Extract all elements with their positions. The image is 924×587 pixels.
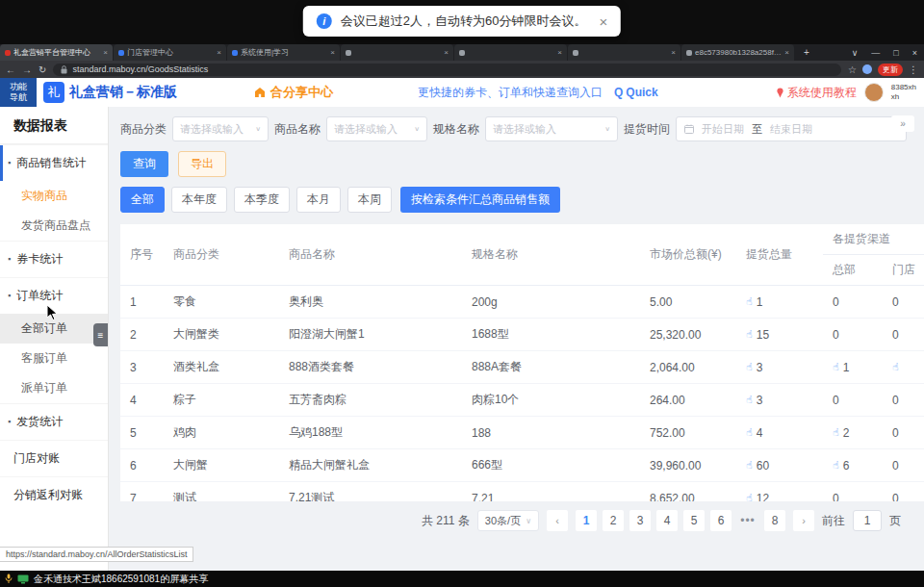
total-pick-value: 12 — [757, 492, 769, 501]
cell-total-pick[interactable]: ☝15 — [736, 319, 823, 351]
sidebar-item[interactable]: ▪ 实物商品 — [0, 181, 108, 211]
new-tab-button[interactable]: + — [799, 44, 814, 61]
page-number[interactable]: 4 — [656, 510, 678, 531]
cell-total-pick[interactable]: ☝60 — [736, 449, 823, 482]
sidebar-item[interactable]: ▪ 发货商品盘点 — [0, 211, 108, 241]
hq-pick-value: 6 — [843, 459, 850, 472]
sidebar-item[interactable]: ▪ 券卡统计 — [0, 241, 108, 277]
sidebar-item[interactable]: ▪ 门店对账 — [0, 440, 108, 476]
summary-button[interactable]: 按检索条件汇总商品销售额 — [400, 187, 560, 213]
toast-close-icon[interactable]: × — [595, 13, 607, 30]
sidebar-item[interactable]: ▪ 发货统计 — [0, 403, 108, 440]
browser-tab[interactable]: × — [341, 44, 453, 61]
table-header: 序号 商品分类 商品名称 规格名称 市场价总额(¥) 提货总量 各提货渠道 总部… — [120, 224, 924, 286]
filter-select[interactable]: 请选择或输入 ∨ — [326, 116, 427, 141]
sidebar-item[interactable]: ▪ 派单订单 — [0, 373, 108, 403]
cell-hq-pick[interactable]: ☝0 — [823, 482, 883, 502]
total-count: 共 211 条 — [422, 513, 470, 529]
browser-update-button[interactable]: 更新 — [878, 64, 903, 76]
cell-hq-pick[interactable]: ☝1 — [823, 351, 883, 384]
export-button[interactable]: 导出 — [178, 151, 226, 177]
page-number[interactable]: 3 — [629, 510, 651, 531]
user-avatar[interactable] — [864, 83, 884, 102]
page-number[interactable]: 6 — [710, 510, 732, 531]
tutorial-link[interactable]: 系统使用教程 — [776, 85, 857, 101]
sidebar-item[interactable]: ▪ 客服订单 — [0, 344, 108, 373]
cell-hq-pick[interactable]: ☝0 — [823, 384, 883, 417]
browser-tab[interactable]: 门店管理中心 × — [114, 44, 226, 61]
tab-close-icon[interactable]: × — [671, 48, 676, 57]
goto-page-input[interactable] — [853, 510, 882, 531]
page-size-select[interactable]: 30条/页 ∨ — [477, 510, 539, 531]
page-number[interactable]: 8 — [764, 510, 785, 531]
cell-total-pick[interactable]: ☝1 — [736, 286, 823, 319]
back-icon[interactable]: ← — [6, 64, 15, 75]
sidebar-item-label: 门店对账 — [13, 451, 60, 465]
cell-store-pick[interactable]: ☝0 — [883, 449, 924, 482]
bookmark-star-icon[interactable]: ☆ — [848, 64, 857, 75]
search-button[interactable]: 查询 — [120, 151, 168, 177]
cell-store-pick[interactable]: ☝0 — [883, 286, 924, 319]
range-tab[interactable]: 本年度 — [171, 187, 227, 213]
tab-close-icon[interactable]: × — [217, 48, 221, 57]
cell-store-pick[interactable]: ☝0 — [883, 384, 924, 417]
cell-hq-pick[interactable]: ☝6 — [823, 449, 883, 482]
browser-tab[interactable]: × — [568, 44, 680, 61]
app-logo-icon: 礼 — [43, 82, 64, 103]
url-bar[interactable]: standard.maboy.cn/GoodsStatistics — [53, 64, 841, 76]
sidebar-item[interactable]: ▪ 分销返利对账 — [0, 476, 108, 513]
prev-page-button[interactable]: ‹ — [547, 510, 568, 531]
filter-select[interactable]: 请选择或输入 ∨ — [485, 116, 618, 141]
sidebar-item[interactable]: ▪ 商品销售统计 — [0, 144, 108, 181]
tab-close-icon[interactable]: × — [103, 48, 108, 57]
tab-close-icon[interactable]: × — [330, 48, 335, 57]
page-number[interactable]: ••• — [737, 510, 758, 531]
cell-store-pick[interactable]: ☝ — [883, 351, 924, 384]
cell-store-pick[interactable]: ☝0 — [883, 319, 924, 351]
range-tab[interactable]: 全部 — [120, 187, 165, 213]
cell-store-pick[interactable]: ☝0 — [883, 417, 924, 449]
cell-hq-pick[interactable]: ☝0 — [823, 286, 883, 319]
window-close-button[interactable]: × — [906, 48, 924, 58]
function-nav-button[interactable]: 功能 导航 — [0, 78, 37, 107]
date-range-picker[interactable]: 开始日期 至 结束日期 — [676, 116, 907, 141]
range-tab[interactable]: 本月 — [296, 187, 341, 213]
browser-tab[interactable]: e8c573980b1328a258fd2e6f × — [681, 44, 794, 61]
page-number[interactable]: 1 — [576, 510, 597, 531]
tab-close-icon[interactable]: × — [784, 48, 789, 57]
meeting-toast-text: 会议已超过2人，自动转为60分钟限时会议。 — [341, 13, 587, 30]
range-tab[interactable]: 本季度 — [234, 187, 290, 213]
next-page-button[interactable]: › — [793, 510, 814, 531]
date-end-placeholder[interactable]: 结束日期 — [770, 122, 812, 137]
tab-close-icon[interactable]: × — [444, 48, 449, 57]
sidebar-collapse-handle[interactable]: ≡ — [93, 323, 108, 346]
cell-hq-pick[interactable]: ☝0 — [823, 319, 883, 351]
tab-search-icon[interactable]: ∨ — [845, 48, 865, 58]
cell-total-pick[interactable]: ☝12 — [736, 482, 823, 502]
page-number[interactable]: 2 — [603, 510, 624, 531]
page-number[interactable]: 5 — [683, 510, 705, 531]
share-center-link[interactable]: 合分享中心 — [254, 84, 333, 101]
browser-tab[interactable]: 系统使用|学习 × — [227, 44, 340, 61]
reload-icon[interactable]: ↻ — [38, 64, 46, 75]
cell-total-pick[interactable]: ☝3 — [736, 351, 823, 384]
browser-menu-icon[interactable]: ⋮ — [909, 64, 918, 75]
panel-collapse-icon[interactable]: » — [891, 115, 914, 132]
date-start-placeholder[interactable]: 开始日期 — [702, 122, 744, 137]
tab-close-icon[interactable]: × — [557, 48, 562, 57]
forward-icon[interactable]: → — [22, 64, 32, 75]
quick-link[interactable]: Q Quick — [614, 86, 658, 99]
browser-tab[interactable]: 礼盒营销平台管理中心 × — [0, 44, 113, 61]
filter-selects: 商品分类 请选择或输入 ∨ 商品名称 请选择或输入 ∨ — [120, 116, 618, 141]
browser-tab[interactable]: × — [454, 44, 567, 61]
cell-store-pick[interactable]: ☝0 — [883, 482, 924, 502]
filter-select[interactable]: 请选择或输入 ∨ — [172, 116, 269, 141]
cell-total-pick[interactable]: ☝3 — [736, 384, 823, 417]
cell-total-pick[interactable]: ☝4 — [736, 417, 823, 449]
minimize-button[interactable]: — — [864, 48, 886, 58]
tab-bar-controls: + ∨ — □ × — [799, 44, 924, 61]
cell-hq-pick[interactable]: ☝2 — [823, 417, 883, 449]
browser-profile-avatar[interactable] — [862, 64, 872, 74]
range-tab[interactable]: 本周 — [347, 187, 392, 213]
maximize-button[interactable]: □ — [886, 48, 905, 58]
